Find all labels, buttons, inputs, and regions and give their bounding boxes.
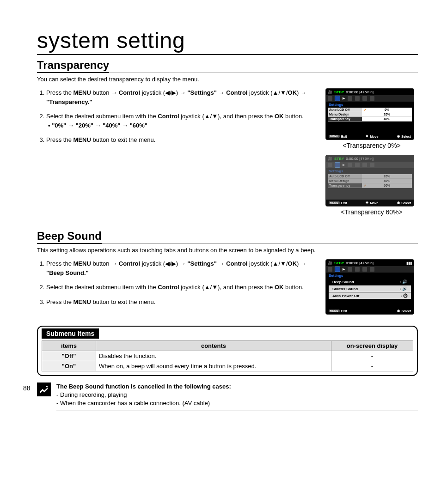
- tab-icon-active: [335, 96, 340, 101]
- status-stby: STBY: [334, 157, 344, 161]
- screenshot-beep: 🎥 STBY 0:00:00 [475Min] ▮▮▮ ▶ Settings B…: [325, 259, 414, 315]
- tab-icon: [348, 96, 352, 101]
- tab-icon: [355, 267, 360, 272]
- submenu-box: Submenu Items items contents on-screen d…: [37, 326, 418, 376]
- menu-settings-label: Settings: [326, 168, 414, 174]
- tab-icon: [355, 96, 360, 101]
- col-contents: contents: [96, 341, 331, 351]
- camera-icon: 🎥: [328, 261, 332, 265]
- status-time: 0:00:00 [475Min]: [346, 157, 374, 161]
- speaker-icon: : 🔊: [400, 279, 408, 284]
- tab-icon: [328, 96, 332, 101]
- tab-icon: [328, 163, 332, 167]
- note-text: The Beep Sound function is cancelled in …: [56, 383, 418, 411]
- submenu-header: Submenu Items: [42, 328, 99, 339]
- transparency-step-1: Press the MENU button → Control joystick…: [46, 88, 316, 106]
- beep-step-1: Press the MENU button → Control joystick…: [46, 259, 316, 277]
- tab-icon-active: [335, 267, 340, 272]
- tab-icon: [328, 267, 332, 272]
- status-stby: STBY: [334, 90, 344, 94]
- battery-icon: ▮▮▮: [406, 261, 412, 265]
- menu-item-autopower: Auto Power Off: ⏻: [329, 292, 411, 299]
- camera-icon: 🎥: [328, 157, 332, 161]
- tab-icon: [355, 163, 360, 167]
- note-icon: [37, 383, 51, 396]
- transparency-step-2: Select the desired submenu item with the…: [46, 112, 316, 130]
- tab-icon: [370, 163, 374, 167]
- col-items: items: [42, 341, 96, 351]
- submenu-table: items contents on-screen display "Off" D…: [42, 340, 413, 371]
- power-icon: : ⏻: [401, 293, 408, 298]
- caption-transparency-60: <Transparency 60%>: [325, 208, 418, 216]
- menu-settings-label: Settings: [326, 273, 414, 279]
- tab-icon: [370, 96, 374, 101]
- page-number: 88: [23, 384, 31, 392]
- menu-item-shutter: Shutter Sound: 🔊: [329, 285, 411, 292]
- screenshot-transparency-60: 🎥 STBY 0:00:00 [475Min] ▶ Settings Auto …: [325, 155, 414, 206]
- beep-step-2: Select the desired submenu item with the…: [46, 283, 316, 292]
- tab-icon: [362, 96, 367, 101]
- menu-item-beep: Beep Sound: 🔊: [329, 279, 411, 285]
- status-time: 0:00:00 [475Min]: [346, 261, 374, 265]
- tab-icon: [370, 267, 374, 272]
- transparency-step-3: Press the MENU button to exit the menu.: [46, 135, 316, 145]
- beep-intro: This setting allows operations such as t…: [37, 247, 418, 254]
- tab-icon: [362, 267, 367, 272]
- speaker-icon: : 🔊: [400, 286, 408, 291]
- section-heading-beep: Beep Sound: [37, 230, 102, 244]
- beep-step-3: Press the MENU button to exit the menu.: [46, 298, 316, 307]
- menu-settings-label: Settings: [326, 102, 414, 108]
- tab-icon-active: [335, 163, 340, 167]
- table-row: "On" When on, a beep will sound every ti…: [42, 361, 413, 371]
- table-row: "Off" Disables the function. -: [42, 351, 413, 361]
- caption-transparency-0: <Transparency 0%>: [325, 142, 418, 149]
- status-time: 0:00:00 [475Min]: [346, 90, 374, 94]
- status-stby: STBY: [334, 261, 344, 265]
- transparency-intro: You can select the desired transparency …: [37, 76, 418, 83]
- tab-icon: [348, 163, 352, 167]
- tab-icon: [348, 267, 352, 272]
- page-title: system setting: [37, 28, 418, 55]
- camera-icon: 🎥: [328, 90, 332, 94]
- col-osd: on-screen display: [331, 341, 413, 351]
- screenshot-transparency-0: 🎥 STBY 0:00:00 [475Min] ▶ Settings Auto …: [325, 88, 414, 140]
- transparency-options: • "0%" → "20%" → "40%" → "60%": [48, 121, 316, 130]
- tab-icon: [362, 163, 367, 167]
- section-heading-transparency: Transparency: [37, 59, 109, 73]
